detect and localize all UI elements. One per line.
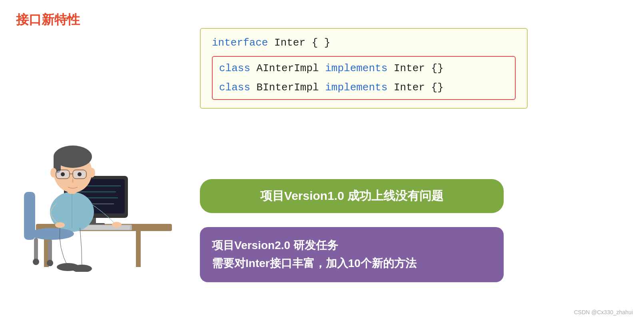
svg-rect-22 [55,155,90,163]
svg-point-35 [33,259,39,265]
code-line2-rest: Inter {} [387,62,443,74]
svg-point-16 [55,222,65,228]
banner-purple-line1: 项目Version2.0 研发任务 [212,237,492,255]
keyword-interface: interface [212,37,268,49]
person-illustration [12,96,180,272]
banner-green-text: 项目Version1.0 成功上线没有问题 [260,189,443,202]
code-line-interface: interface Inter { } [212,37,516,49]
code-line1-rest: Inter { } [268,37,330,49]
banner-purple-line2: 需要对Inter接口丰富，加入10个新的方法 [212,255,492,273]
keyword-class-a: class [219,62,250,74]
keyword-implements-a: implements [325,62,387,74]
keyword-implements-b: implements [325,82,387,94]
watermark: CSDN @Cx330_zhahui [574,309,633,315]
svg-point-36 [47,260,53,266]
svg-rect-33 [34,238,38,262]
svg-rect-34 [48,239,52,263]
code-classes-box: class AInterImpl implements Inter {} cla… [212,56,516,100]
svg-rect-2 [136,231,141,267]
svg-point-17 [112,222,122,227]
svg-point-24 [89,168,95,177]
code-block: interface Inter { } class AInterImpl imp… [200,28,528,109]
keyword-class-b: class [219,82,250,94]
svg-point-31 [78,172,82,176]
page-title: 接口新特性 [16,11,80,29]
svg-point-30 [61,172,65,176]
banner-purple-text: 项目Version2.0 研发任务 需要对Inter接口丰富，加入10个新的方法 [212,237,492,273]
code-line-class-a: class AInterImpl implements Inter {} [219,62,508,74]
code-line3-rest: Inter {} [387,82,443,94]
banner-green: 项目Version1.0 成功上线没有问题 [200,179,504,213]
classname-b: BInterImpl [250,82,325,94]
classname-a: AInterImpl [250,62,325,74]
banner-purple: 项目Version2.0 研发任务 需要对Inter接口丰富，加入10个新的方法 [200,227,504,282]
code-line-class-b: class BInterImpl implements Inter {} [219,82,508,94]
